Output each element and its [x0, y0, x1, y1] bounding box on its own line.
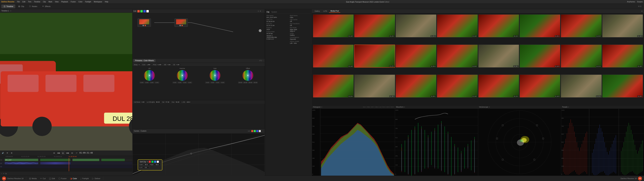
thumb-14[interactable]: 01:18:5: [520, 44, 560, 68]
lum-mix-value[interactable]: 100.0: [186, 101, 191, 103]
cg-tab-primaries[interactable]: Primaries - Color Wheels: [134, 59, 156, 62]
bottom-color-btn[interactable]: ◑ Color: [70, 177, 77, 180]
thumb-13[interactable]: 01:28:1: [478, 44, 519, 68]
zoom-out-btn[interactable]: −: [1, 172, 2, 174]
thumb-1[interactable]: 01:18:5: [313, 14, 354, 37]
tab-effects[interactable]: ✦ Effects: [40, 4, 52, 8]
md-value[interactable]: 0.00: [167, 64, 171, 66]
thumb-8[interactable]: 01:18:5: [602, 14, 643, 37]
soft-clip-low-value[interactable]: 50.0: [143, 164, 150, 166]
tab-clip[interactable]: ▤ Clip: [16, 4, 26, 8]
tab-timeline[interactable]: ◫ Timeline: [1, 4, 15, 8]
tab-media-pool[interactable]: Media Pool: [329, 10, 340, 13]
curves-btn-red[interactable]: [251, 130, 253, 132]
tab-nodes[interactable]: ⬡ Nodes: [27, 4, 39, 8]
clip-menu[interactable]: Clip: [43, 1, 46, 3]
playback-menu[interactable]: Playback: [61, 1, 68, 3]
view-menu[interactable]: View: [55, 1, 59, 3]
lo-hi-value[interactable]: 88.00: [155, 101, 160, 103]
timeline-track-a1[interactable]: A1: [0, 162, 132, 165]
soft-clip-color-blue[interactable]: [154, 161, 156, 163]
soft-clip-color-white[interactable]: [157, 161, 159, 163]
parade-dropdown[interactable]: ▾: [568, 106, 569, 108]
playhead[interactable]: [69, 158, 69, 171]
timeline-track-a2[interactable]: A2: [0, 165, 132, 168]
soft-clip-ls-value[interactable]: 0.0: [143, 166, 149, 168]
curves-btn-green[interactable]: [254, 130, 256, 132]
help-menu[interactable]: Help: [105, 1, 108, 3]
thumb-21[interactable]: 01:22:0: [478, 74, 519, 98]
file-menu[interactable]: File: [17, 1, 20, 3]
temp-value[interactable]: 0: [138, 64, 140, 66]
go-end-btn[interactable]: ⏭: [71, 151, 74, 154]
node-toolbar-info-btn[interactable]: ℹ: [258, 10, 258, 12]
cal-boost-value[interactable]: 0.00: [141, 101, 145, 103]
thumb-17[interactable]: 01:26:4: [313, 74, 354, 98]
mark-menu[interactable]: Mark: [48, 1, 52, 3]
curves-btn-all[interactable]: [259, 130, 261, 132]
timeline-area[interactable]: V1 MVI_0147 A1 A2: [0, 158, 132, 171]
pivot-value[interactable]: 0.435: [157, 64, 162, 66]
info-tab-clip[interactable]: Clip: [266, 11, 269, 13]
thumb-5[interactable]: 01:22:0: [478, 14, 519, 37]
timeline-menu[interactable]: Timeline: [34, 1, 40, 3]
thumb-23[interactable]: 01:26:4: [561, 74, 602, 98]
bottom-fusion-btn[interactable]: ⬡ Fusion: [58, 177, 66, 180]
node-output[interactable]: [259, 29, 262, 32]
gain-wheel[interactable]: [209, 70, 221, 81]
cont-value[interactable]: 1.000: [146, 64, 151, 66]
fusion-menu[interactable]: Fusion: [71, 1, 76, 3]
thumb-12[interactable]: 01:30:5: [437, 44, 478, 68]
thumb-7[interactable]: 01:30:5: [561, 14, 602, 37]
vectorscope-dropdown[interactable]: ▾: [489, 106, 490, 108]
thumb-16[interactable]: 01:18:5: [602, 44, 643, 68]
timeline-clip-1[interactable]: MVI_0147: [5, 159, 38, 161]
color-btn-white[interactable]: [146, 10, 149, 12]
thumb-22[interactable]: 01:18:5: [520, 74, 560, 98]
bottom-edit-btn[interactable]: ◫ Edit: [49, 177, 55, 180]
cg-copy-btn[interactable]: ⎘: [261, 60, 262, 62]
bottom-deliver-btn[interactable]: ▷ Deliver: [92, 177, 100, 180]
thumb-19[interactable]: 01:28:1: [396, 74, 436, 98]
play-btn[interactable]: ▶: [62, 151, 65, 155]
trim-menu[interactable]: Trim: [28, 1, 31, 3]
loop-btn[interactable]: ↩: [75, 151, 78, 154]
color-btn-blue[interactable]: [144, 10, 146, 12]
anyframes-btn[interactable]: Anyframes: [627, 1, 635, 3]
audio-clip-2[interactable]: [40, 162, 70, 164]
scopes-btn[interactable]: Scopes: [637, 1, 643, 3]
zoom-in-btn[interactable]: +: [3, 172, 4, 174]
thumb-15[interactable]: 01:22:0: [561, 44, 602, 68]
thumb-11[interactable]: 01:26:4: [396, 44, 436, 68]
curves-more-btn[interactable]: ⋯: [262, 130, 264, 132]
thumb-6[interactable]: 01:26:4: [520, 14, 560, 37]
offset-wheel[interactable]: [242, 70, 254, 81]
soft-clip-high-value[interactable]: 50.0: [154, 164, 160, 166]
workspace-menu[interactable]: Workspace: [94, 1, 102, 3]
settings-btn[interactable]: ⚙: [6, 151, 9, 154]
histogram-dropdown[interactable]: ▾: [321, 106, 322, 108]
thumb-2[interactable]: 01:22:0: [354, 14, 395, 37]
node-toolbar-more-btn[interactable]: ⋯: [262, 10, 264, 12]
thumb-9[interactable]: 01:18:5: [313, 44, 354, 68]
thumb-20[interactable]: 01:18:5: [437, 74, 478, 98]
hue-value[interactable]: 50.00: [175, 101, 180, 103]
sd-value[interactable]: 0.00: [176, 64, 180, 66]
thumb-4[interactable]: 01:18:5: [437, 14, 478, 37]
cg-reset-btn[interactable]: ↺: [259, 60, 260, 62]
timeline-clip-4[interactable]: [101, 159, 125, 161]
fit-btn[interactable]: ⊡: [5, 173, 7, 174]
gamma-wheel[interactable]: [176, 70, 188, 81]
soft-clip-color-red[interactable]: [149, 161, 151, 163]
tab-gallery[interactable]: Gallery: [313, 10, 321, 12]
app-menu-item[interactable]: DaVinci Resolve: [1, 1, 14, 3]
node-toolbar-settings-btn[interactable]: ⚙: [260, 10, 261, 12]
edit-menu[interactable]: Edit: [22, 1, 25, 3]
prev-frame-btn[interactable]: ◀◀: [57, 151, 60, 154]
audio-btn[interactable]: 🔊: [1, 151, 4, 154]
curves-btn-blue[interactable]: [256, 130, 258, 132]
fairlight-menu[interactable]: Fairlight: [85, 1, 91, 3]
soft-clip-pencil-icon[interactable]: ✎: [147, 161, 148, 163]
bottom-media-btn[interactable]: ⊞ Media: [29, 177, 37, 180]
waveform-dropdown[interactable]: ▾: [404, 106, 405, 108]
